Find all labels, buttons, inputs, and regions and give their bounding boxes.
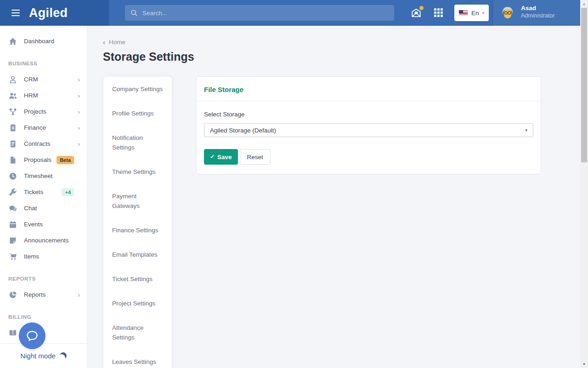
proposal-file-icon [9, 156, 17, 164]
hamburger-menu-icon[interactable] [11, 10, 20, 17]
clock-icon [9, 172, 17, 180]
chat-bubbles-icon [9, 204, 17, 213]
settings-nav-attendance[interactable]: Attendance Settings [103, 316, 172, 350]
file-storage-card: File Storage Select Storage Agiled Stora… [196, 76, 541, 174]
settings-nav-email[interactable]: Email Templates [103, 242, 172, 267]
sidebar-nav: Dashboard BUSINESS CRM › HRM › Projects … [0, 26, 87, 368]
speech-bubble-icon [25, 329, 39, 343]
pie-chart-icon [9, 291, 17, 299]
brand-logo[interactable]: Agiled [29, 6, 68, 20]
home-icon [9, 37, 17, 46]
select-storage-label: Select Storage [204, 111, 533, 118]
chevron-right-icon: › [78, 108, 80, 115]
shopping-cart-icon [9, 253, 17, 261]
users-icon [9, 92, 17, 100]
sidebar-item-items[interactable]: Items [0, 248, 87, 264]
logo-area: Agiled [0, 0, 109, 26]
sidebar-item-tickets[interactable]: Tickets +4 [0, 184, 87, 200]
check-icon: ✔ [210, 154, 215, 160]
sidebar-item-finance[interactable]: $ Finance › [0, 120, 87, 136]
settings-nav-card: Company Settings Profile Settings Notifi… [103, 76, 172, 368]
svg-text:$: $ [12, 126, 14, 130]
save-button[interactable]: ✔ Save [204, 149, 238, 165]
sidebar-item-hrm[interactable]: HRM › [0, 87, 87, 104]
global-search [125, 5, 394, 21]
calendar-icon [9, 220, 17, 229]
sidebar-item-contracts[interactable]: Contracts › [0, 136, 87, 152]
chevron-right-icon: › [78, 124, 80, 131]
card-title: File Storage [204, 86, 533, 93]
sidebar-item-reports[interactable]: Reports › [0, 287, 87, 303]
breadcrumb[interactable]: ‹ Home [103, 38, 125, 46]
language-selector[interactable]: En ▾ [454, 5, 489, 21]
moon-icon [59, 351, 67, 360]
count-badge: +4 [62, 188, 74, 196]
chevron-right-icon: › [78, 92, 80, 99]
user-icon [9, 75, 17, 84]
search-input[interactable] [142, 10, 389, 17]
user-role: Administrator [521, 12, 555, 19]
us-flag-icon [459, 10, 468, 16]
settings-nav-theme[interactable]: Theme Settings [103, 160, 172, 184]
scroll-down-arrow[interactable]: ▼ [580, 360, 588, 368]
chevron-right-icon: › [78, 140, 80, 147]
section-header-business: BUSINESS [0, 61, 87, 66]
beta-badge: Beta [57, 156, 74, 164]
sidebar-item-events[interactable]: Events [0, 216, 87, 232]
section-header-reports: REPORTS [0, 276, 87, 282]
invoice-dollar-icon: $ [9, 124, 17, 132]
sidebar-item-announcements[interactable]: Announcements [0, 232, 87, 248]
user-name: Asad [521, 5, 555, 12]
scrollbar-thumb[interactable] [581, 8, 587, 162]
language-label: En [471, 10, 479, 17]
storage-select[interactable]: Agiled Storage (Default) ▾ [204, 123, 533, 137]
settings-nav-company[interactable]: Company Settings [103, 77, 172, 101]
apps-grid-button[interactable] [434, 8, 443, 17]
breadcrumb-home-link[interactable]: Home [109, 39, 125, 46]
project-diagram-icon [9, 108, 17, 116]
sidebar-item-projects[interactable]: Projects › [0, 104, 87, 120]
section-header-billing: BILLING [0, 314, 87, 320]
sidebar-item-proposals[interactable]: Proposals Beta [0, 152, 87, 168]
notification-dot [419, 6, 424, 10]
user-menu[interactable]: Asad Administrator [492, 0, 580, 26]
open-book-icon [9, 329, 17, 337]
sidebar-item-dashboard[interactable]: Dashboard [0, 33, 87, 49]
settings-nav-notification[interactable]: Notification Settings [103, 126, 172, 160]
night-mode-toggle[interactable]: Night mode [0, 343, 87, 368]
chevron-right-icon: › [78, 76, 80, 83]
main-content: ‹ Home Storage Settings Company Settings… [87, 26, 580, 368]
settings-nav-payment[interactable]: Payment Gateways [103, 184, 172, 218]
back-chevron-icon: ‹ [103, 38, 105, 46]
contract-file-icon [9, 140, 17, 148]
page-scrollbar[interactable]: ▲ ▼ [580, 0, 588, 368]
top-navbar: Agiled En ▾ [0, 0, 580, 26]
chevron-right-icon: › [78, 291, 80, 298]
sidebar-item-timesheet[interactable]: Timesheet [0, 168, 87, 184]
settings-nav-profile[interactable]: Profile Settings [103, 101, 172, 126]
mail-notifications-button[interactable] [410, 7, 423, 20]
settings-nav-ticket[interactable]: Ticket Settings [103, 267, 172, 291]
scroll-up-arrow[interactable]: ▲ [580, 0, 588, 8]
search-icon [130, 9, 138, 17]
sidebar-item-crm[interactable]: CRM › [0, 71, 87, 87]
sticky-note-icon [9, 236, 17, 245]
settings-nav-finance[interactable]: Finance Settings [103, 218, 172, 242]
help-chat-widget-button[interactable] [19, 322, 45, 349]
page-title: Storage Settings [103, 50, 580, 63]
caret-down-icon: ▾ [525, 128, 527, 132]
avatar [501, 6, 514, 20]
caret-down-icon: ▾ [482, 11, 484, 15]
reset-button[interactable]: Reset [240, 149, 271, 165]
sidebar-item-chat[interactable]: Chat [0, 200, 87, 216]
wrench-icon [9, 188, 17, 196]
settings-nav-leaves[interactable]: Leaves Settings [103, 350, 172, 368]
settings-nav-project[interactable]: Project Settings [103, 291, 172, 316]
storage-select-value: Agiled Storage (Default) [210, 127, 276, 134]
